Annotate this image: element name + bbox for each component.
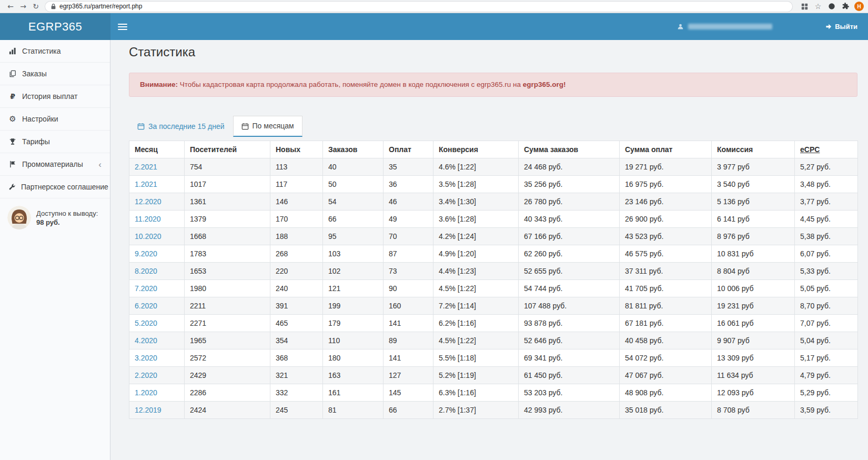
month-link[interactable]: 3.2020 bbox=[135, 354, 157, 362]
month-link[interactable]: 9.2020 bbox=[135, 249, 157, 258]
month-link[interactable]: 2.2021 bbox=[135, 163, 157, 171]
table-cell: 26 900 руб. bbox=[620, 211, 712, 228]
warning-alert: Внимание: Чтобы кадастровая карта продол… bbox=[129, 73, 857, 97]
table-cell: 54 072 руб. bbox=[620, 349, 712, 367]
table-cell: 66 bbox=[383, 402, 433, 419]
sidebar-item[interactable]: Партнерское соглашение bbox=[0, 176, 110, 198]
table-cell: 54 bbox=[323, 193, 383, 211]
table-cell: 10 831 руб bbox=[712, 245, 795, 263]
main-content: Статистика Внимание: Чтобы кадастровая к… bbox=[110, 40, 868, 460]
tab-groups-icon[interactable] bbox=[798, 3, 811, 10]
table-cell-month: 1.2020 bbox=[129, 384, 185, 402]
month-link[interactable]: 5.2020 bbox=[135, 319, 157, 327]
logout-arrow-icon bbox=[825, 23, 832, 30]
extension-circle-icon[interactable] bbox=[825, 3, 839, 10]
column-header: Оплат bbox=[383, 141, 433, 158]
alert-text: Чтобы кадастровая карта продолжала работ… bbox=[178, 81, 523, 88]
sidebar-item[interactable]: Заказы bbox=[0, 63, 110, 85]
sidebar-item[interactable]: Тарифы bbox=[0, 131, 110, 153]
sidebar-item-label: Партнерское соглашение bbox=[21, 183, 108, 191]
month-link[interactable]: 11.2020 bbox=[135, 215, 161, 223]
table-row: 10.2020166818895704.2% [1:24]67 166 руб.… bbox=[129, 228, 858, 245]
table-cell: 146 bbox=[270, 193, 323, 211]
sidebar-item[interactable]: ₽История выплат bbox=[0, 85, 110, 108]
table-cell: 4,79 руб. bbox=[795, 367, 858, 384]
table-cell: 2286 bbox=[185, 384, 270, 402]
back-icon[interactable]: ← bbox=[4, 0, 17, 13]
orders-icon bbox=[8, 70, 17, 77]
table-row: 5.202022714651791416.2% [1:16]93 878 руб… bbox=[129, 315, 858, 332]
user-account[interactable] bbox=[677, 23, 772, 30]
table-cell: 3.5% [1:28] bbox=[433, 176, 519, 193]
month-link[interactable]: 8.2020 bbox=[135, 267, 157, 275]
bookmark-star-icon[interactable]: ☆ bbox=[811, 0, 825, 13]
month-link[interactable]: 1.2020 bbox=[135, 388, 157, 397]
table-cell: 103 bbox=[323, 245, 383, 263]
month-link[interactable]: 7.2020 bbox=[135, 284, 157, 293]
table-cell: 54 744 руб. bbox=[519, 280, 620, 297]
table-cell: 8,70 руб. bbox=[795, 297, 858, 315]
month-link[interactable]: 10.2020 bbox=[135, 232, 162, 241]
tab-label: По месяцам bbox=[253, 122, 294, 131]
month-link[interactable]: 2.2020 bbox=[135, 371, 157, 379]
calendar-icon bbox=[137, 123, 145, 130]
column-header: Посетителей bbox=[185, 141, 270, 158]
sidebar-menu: СтатистикаЗаказы₽История выплат⚙Настройк… bbox=[0, 40, 110, 198]
table-cell: 179 bbox=[323, 315, 383, 332]
table-cell-month: 5.2020 bbox=[129, 315, 185, 332]
table-cell: 49 bbox=[383, 211, 433, 228]
table-cell: 52 655 руб. bbox=[519, 263, 620, 280]
user-panel: Доступно к выводу: 98 руб. bbox=[0, 198, 110, 237]
table-cell: 67 166 руб. bbox=[519, 228, 620, 245]
table-row: 12.2019242424581662.7% [1:37]42 993 руб.… bbox=[129, 402, 858, 419]
table-cell: 40 343 руб. bbox=[519, 211, 620, 228]
table-cell: 46 575 руб. bbox=[620, 245, 712, 263]
table-cell: 5,29 руб. bbox=[795, 384, 858, 402]
table-cell: 40 458 руб. bbox=[620, 332, 712, 349]
tab[interactable]: За последние 15 дней bbox=[129, 116, 233, 137]
table-cell: 107 488 руб. bbox=[519, 297, 620, 315]
table-cell: 5,27 руб. bbox=[795, 158, 858, 176]
table-cell: 5,04 руб. bbox=[795, 332, 858, 349]
sidebar-item[interactable]: ⚙Настройки bbox=[0, 108, 110, 131]
table-cell: 67 181 руб. bbox=[620, 315, 712, 332]
column-header: Сумма оплат bbox=[620, 141, 712, 158]
table-row: 2.202024293211631275.2% [1:19]61 450 руб… bbox=[129, 367, 858, 384]
table-cell: 117 bbox=[270, 176, 323, 193]
extensions-puzzle-icon[interactable] bbox=[839, 3, 852, 10]
tab[interactable]: По месяцам bbox=[233, 116, 302, 137]
month-link[interactable]: 1.2021 bbox=[135, 180, 157, 188]
forward-icon[interactable]: → bbox=[17, 0, 29, 13]
table-cell: 66 bbox=[323, 211, 383, 228]
calendar-icon bbox=[241, 123, 249, 130]
table-cell: 188 bbox=[270, 228, 323, 245]
sidebar: СтатистикаЗаказы₽История выплат⚙Настройк… bbox=[0, 40, 110, 460]
table-cell: 12 093 руб bbox=[712, 384, 795, 402]
month-link[interactable]: 12.2019 bbox=[135, 406, 162, 414]
month-link[interactable]: 6.2020 bbox=[135, 302, 157, 310]
table-cell: 141 bbox=[383, 349, 433, 367]
refresh-icon[interactable]: ↻ bbox=[29, 0, 42, 13]
table-cell: 8 976 руб bbox=[712, 228, 795, 245]
page-title: Статистика bbox=[129, 45, 857, 59]
stats-table: МесяцПосетителейНовыхЗаказовОплатКонверс… bbox=[129, 141, 858, 419]
month-link[interactable]: 12.2020 bbox=[135, 197, 162, 206]
table-cell-month: 7.2020 bbox=[129, 280, 185, 297]
table-row: 3.202025723681801415.5% [1:18]69 341 руб… bbox=[129, 349, 858, 367]
logout-button[interactable]: Выйти bbox=[825, 23, 857, 31]
table-cell: 7,07 руб. bbox=[795, 315, 858, 332]
table-row: 4.20201965354110894.5% [1:22]52 646 руб.… bbox=[129, 332, 858, 349]
table-cell: 465 bbox=[270, 315, 323, 332]
address-bar[interactable]: egrp365.ru/partner/report.php bbox=[45, 2, 792, 12]
column-header[interactable]: eCPC bbox=[795, 141, 858, 158]
hamburger-menu-icon[interactable] bbox=[110, 13, 135, 40]
sidebar-item[interactable]: Статистика bbox=[0, 40, 110, 63]
table-cell: 145 bbox=[383, 384, 433, 402]
browser-profile-avatar[interactable]: Н bbox=[854, 2, 864, 11]
table-cell: 160 bbox=[383, 297, 433, 315]
brand-logo[interactable]: EGRP365 bbox=[0, 13, 110, 40]
table-cell: 23 146 руб. bbox=[620, 193, 712, 211]
table-row: 11.2020137917066493.6% [1:28]40 343 руб.… bbox=[129, 211, 858, 228]
month-link[interactable]: 4.2020 bbox=[135, 336, 157, 345]
sidebar-item[interactable]: Промоматериалы‹ bbox=[0, 153, 110, 176]
